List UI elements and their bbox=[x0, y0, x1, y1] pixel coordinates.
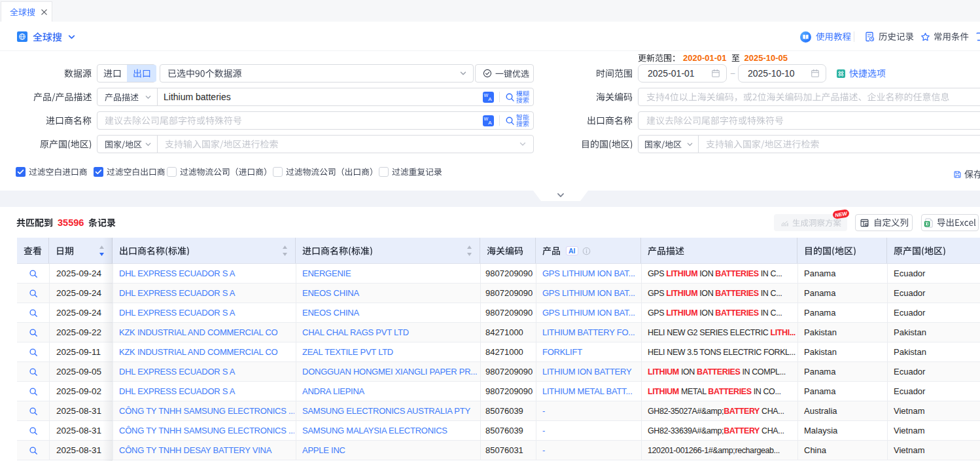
svg-text:A: A bbox=[488, 96, 492, 102]
svg-text:A: A bbox=[488, 120, 492, 126]
